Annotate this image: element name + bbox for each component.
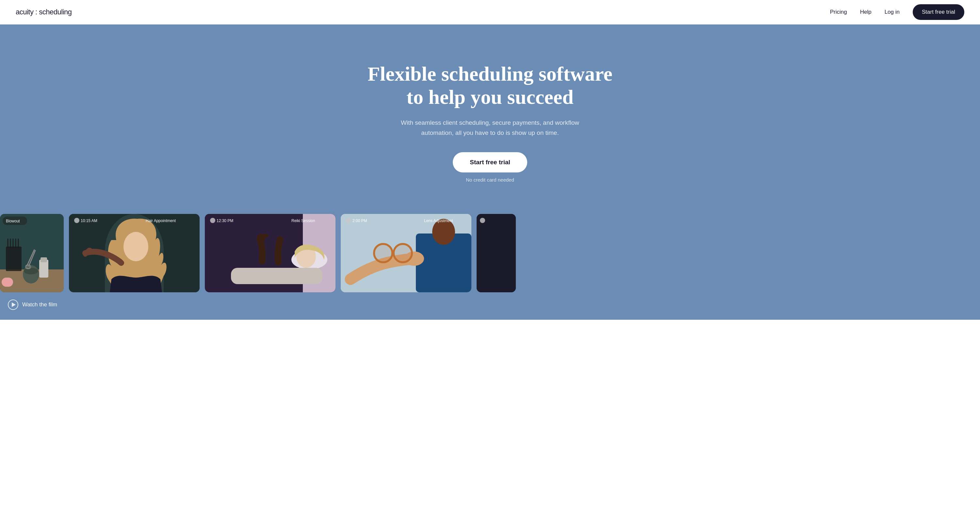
svg-rect-16 — [2, 278, 13, 287]
hero-start-trial-button[interactable]: Start free trial — [453, 152, 527, 172]
svg-rect-30 — [231, 268, 323, 284]
hero-section: Flexible scheduling software to help you… — [0, 24, 980, 214]
play-icon — [12, 302, 16, 307]
help-link[interactable]: Help — [860, 9, 872, 15]
hero-title: Flexible scheduling software to help you… — [363, 62, 617, 109]
svg-text:2:00 PM: 2:00 PM — [353, 219, 367, 223]
svg-rect-3 — [7, 238, 8, 248]
svg-rect-7 — [18, 238, 19, 248]
svg-point-31 — [210, 218, 215, 223]
svg-point-22 — [124, 232, 148, 261]
card-reiki-session[interactable]: 12:30 PM Reiki Session — [205, 214, 336, 292]
svg-point-42 — [395, 245, 411, 261]
svg-point-41 — [375, 245, 391, 261]
svg-rect-15 — [40, 257, 47, 262]
svg-rect-46 — [477, 214, 516, 292]
svg-text:Blowout: Blowout — [6, 219, 20, 223]
svg-rect-6 — [15, 238, 16, 248]
svg-text:Reiki Session: Reiki Session — [291, 219, 315, 223]
pricing-link[interactable]: Pricing — [830, 9, 847, 15]
play-button[interactable] — [8, 300, 18, 310]
svg-point-47 — [480, 218, 485, 223]
card-hair-appointment[interactable]: 10:15 AM Hair Appointment — [69, 214, 200, 292]
svg-rect-14 — [39, 260, 48, 278]
watch-film-label: Watch the film — [22, 302, 57, 308]
navbar: acuity : scheduling Pricing Help Log in … — [0, 0, 980, 24]
svg-point-9 — [24, 268, 38, 274]
svg-rect-2 — [6, 246, 22, 271]
card-blowout[interactable]: Blowout — [0, 214, 64, 292]
brand-logo[interactable]: acuity : scheduling — [16, 8, 72, 16]
svg-rect-5 — [13, 238, 14, 248]
svg-rect-4 — [10, 238, 11, 248]
hero-subtitle: With seamless client scheduling, secure … — [399, 118, 581, 138]
no-credit-card-label: No credit card needed — [466, 177, 514, 183]
nav-links: Pricing Help Log in Start free trial — [830, 4, 964, 20]
svg-text:10:15 AM: 10:15 AM — [81, 219, 97, 223]
cards-strip: Blowout — [0, 214, 980, 292]
svg-point-23 — [74, 218, 80, 223]
svg-point-43 — [346, 218, 351, 223]
card-partial — [477, 214, 516, 292]
card-lens-adjustment[interactable]: 2:00 PM Lens Adjustment — [341, 214, 471, 292]
hero-cta-wrapper: Start free trial No credit card needed — [453, 152, 527, 183]
bottom-section: Blowout — [0, 214, 980, 320]
svg-text:Hair Appointment: Hair Appointment — [146, 219, 176, 223]
watch-film-section[interactable]: Watch the film — [0, 292, 980, 320]
login-link[interactable]: Log in — [885, 9, 900, 15]
svg-text:Lens Adjustment: Lens Adjustment — [424, 219, 453, 223]
nav-start-trial-button[interactable]: Start free trial — [913, 4, 964, 20]
svg-text:12:30 PM: 12:30 PM — [216, 219, 233, 223]
